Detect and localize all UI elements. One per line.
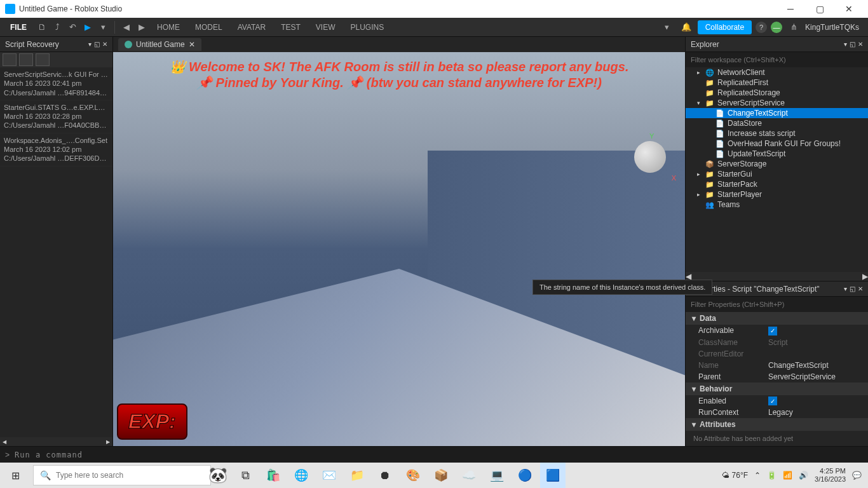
app-icon[interactable]: 🎨	[400, 463, 426, 488]
tree-item[interactable]: 📁ReplicatedStorage	[686, 88, 868, 98]
obs-icon[interactable]: ⏺	[372, 463, 398, 488]
chrome-icon[interactable]: 🔵	[512, 463, 538, 488]
tree-arrow-icon[interactable]: ▸	[695, 171, 702, 177]
panel-dropdown-icon[interactable]: ▾	[844, 285, 847, 292]
property-row[interactable]: Archivable✓	[686, 325, 868, 337]
panel-popout-icon[interactable]: ◱	[850, 285, 855, 292]
recovery-btn1[interactable]	[3, 53, 17, 66]
undo-icon[interactable]: ↶	[65, 20, 80, 35]
panel-close-icon[interactable]: ✕	[858, 41, 863, 48]
volume-icon[interactable]: 🔊	[799, 471, 808, 480]
panel-dropdown-icon[interactable]: ▾	[88, 41, 92, 48]
horizontal-scrollbar[interactable]: ◀ ▶	[686, 272, 868, 281]
command-bar[interactable]: > Run a command	[0, 446, 868, 463]
recovery-btn3[interactable]	[36, 53, 50, 66]
tree-arrow-icon[interactable]: ▸	[695, 69, 702, 76]
notifications-icon[interactable]: 🔔	[679, 20, 694, 35]
tree-item[interactable]: 📁ReplicatedFirst	[686, 78, 868, 88]
tree-item[interactable]: 👥Teams	[686, 200, 868, 210]
tree-item[interactable]: 📄OverHead Rank GUI For Groups!	[686, 139, 868, 149]
share-icon[interactable]: ⋔	[786, 20, 801, 35]
start-button[interactable]: ⊞	[0, 463, 31, 488]
recovery-item[interactable]: Workspace.Adonis_….Config.Set March 16 2…	[0, 133, 112, 166]
tree-arrow-icon[interactable]: ▸	[695, 191, 702, 198]
attributes-section-header[interactable]: ▾Attributes	[686, 418, 868, 431]
windows-search-input[interactable]: 🔍 Type here to search	[33, 465, 211, 485]
tree-item[interactable]: ▸📁StarterGui	[686, 169, 868, 179]
clock[interactable]: 4:25 PM 3/16/2023	[815, 467, 846, 484]
view-menu[interactable]: VIEW	[308, 23, 343, 32]
tree-item[interactable]: ▸🌐NetworkClient	[686, 67, 868, 78]
status-icon[interactable]: —	[771, 22, 782, 33]
behavior-section-header[interactable]: ▾Behavior	[686, 383, 868, 395]
properties-filter-input[interactable]	[686, 297, 868, 312]
amazon-icon[interactable]: 📦	[428, 463, 454, 488]
collaborate-button[interactable]: Collaborate	[698, 20, 752, 34]
dropdown-icon[interactable]: ▾	[660, 20, 675, 35]
minimize-button[interactable]: ─	[776, 0, 804, 18]
property-row[interactable]: Enabled✓	[686, 395, 868, 407]
next-icon[interactable]: ▶	[134, 20, 149, 35]
tab-close-icon[interactable]: ✕	[189, 40, 195, 49]
tree-item[interactable]: 📄ChangeTextScript	[686, 108, 868, 118]
panel-popout-icon[interactable]: ◱	[94, 41, 100, 48]
open-file-icon[interactable]: ⤴	[50, 20, 65, 35]
property-row[interactable]: RunContextLegacy	[686, 407, 868, 418]
panel-popout-icon[interactable]: ◱	[850, 41, 855, 48]
scroll-right-icon[interactable]: ▶	[104, 437, 112, 446]
tree-item[interactable]: 📄Increase stats script	[686, 128, 868, 139]
3d-viewport[interactable]: 👑 Welcome to SK! The AFK Room is still i…	[113, 52, 685, 446]
viewport-tab[interactable]: Untitled Game ✕	[118, 38, 201, 51]
avatar-menu[interactable]: AVATAR	[230, 23, 273, 32]
model-menu[interactable]: MODEL	[187, 23, 230, 32]
checkbox-checked-icon[interactable]: ✓	[768, 327, 777, 336]
play-dropdown-icon[interactable]: ▾	[95, 20, 111, 35]
play-button-icon[interactable]: ▶	[80, 20, 95, 35]
close-button[interactable]: ✕	[835, 0, 863, 18]
edge-icon[interactable]: 🌐	[288, 463, 314, 488]
explorer-icon[interactable]: 📁	[344, 463, 370, 488]
roblox-studio-icon[interactable]: 🟦	[540, 463, 566, 488]
horizontal-scrollbar[interactable]: ◀ ▶	[0, 437, 112, 446]
help-icon[interactable]: ?	[756, 22, 767, 33]
tree-arrow-icon[interactable]: ▾	[695, 100, 702, 106]
tree-item[interactable]: ▸📁StarterPlayer	[686, 189, 868, 200]
task-view-icon[interactable]: ⧉	[233, 463, 258, 488]
test-menu[interactable]: TEST	[273, 23, 308, 32]
battery-icon[interactable]: 🔋	[767, 471, 776, 480]
recovery-item[interactable]: ServerScriptServic…k GUI For Gro March 1…	[0, 67, 112, 100]
property-row[interactable]: NameChangeTextScript	[686, 360, 868, 371]
scroll-right-icon[interactable]: ▶	[862, 272, 868, 281]
tree-item[interactable]: 📄UpdateTextScript	[686, 149, 868, 159]
file-menu[interactable]: FILE	[3, 23, 34, 32]
onedrive-icon[interactable]: ☁️	[456, 463, 482, 488]
panel-close-icon[interactable]: ✕	[102, 41, 107, 48]
scroll-left-icon[interactable]: ◀	[0, 437, 9, 446]
recovery-item[interactable]: StarterGui.STATS G…e.EXP.LocalS March 16…	[0, 100, 112, 133]
weather-widget[interactable]: 🌤 76°F	[722, 471, 748, 480]
tree-item[interactable]: 📁StarterPack	[686, 179, 868, 189]
recovery-btn2[interactable]	[19, 53, 33, 66]
panel-dropdown-icon[interactable]: ▾	[844, 41, 847, 48]
home-menu[interactable]: HOME	[149, 23, 187, 32]
panel-close-icon[interactable]: ✕	[858, 285, 863, 292]
checkbox-checked-icon[interactable]: ✓	[768, 396, 777, 405]
new-file-icon[interactable]: 🗋	[34, 20, 50, 35]
plugins-menu[interactable]: PLUGINS	[342, 23, 391, 32]
tree-item[interactable]: 📄DataStore	[686, 118, 868, 128]
tree-item[interactable]: ▾📁ServerScriptService	[686, 98, 868, 108]
data-section-header[interactable]: ▾Data	[686, 312, 868, 325]
notifications-tray-icon[interactable]: 💬	[852, 471, 862, 480]
explorer-filter-input[interactable]	[686, 52, 868, 67]
username-label[interactable]: KingTurtleTQKs	[805, 23, 859, 32]
prev-icon[interactable]: ◀	[119, 20, 134, 35]
hp-icon[interactable]: 💻	[484, 463, 510, 488]
mail-icon[interactable]: ✉️	[316, 463, 342, 488]
tray-expand-icon[interactable]: ⌃	[754, 471, 761, 480]
orientation-gizmo[interactable]: Y X	[634, 141, 672, 179]
tree-item[interactable]: 📦ServerStorage	[686, 159, 868, 169]
store-icon[interactable]: 🛍️	[261, 463, 286, 488]
property-row[interactable]: ParentServerScriptService	[686, 371, 868, 383]
maximize-button[interactable]: ▢	[806, 0, 834, 18]
wifi-icon[interactable]: 📶	[783, 471, 792, 480]
